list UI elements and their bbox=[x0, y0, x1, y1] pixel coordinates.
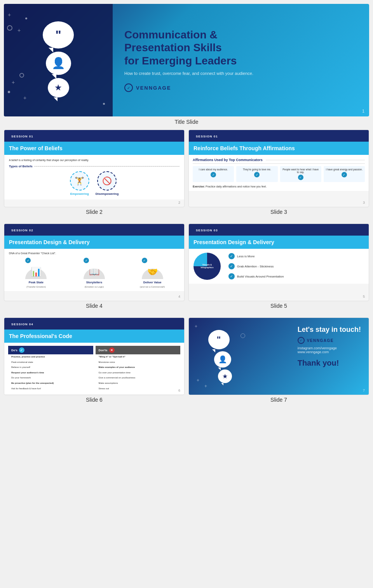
slide-num-7: 7 bbox=[363, 389, 365, 392]
dos-header: Do's ✓ bbox=[8, 346, 93, 354]
slide7-bubble-star: ★ bbox=[218, 369, 232, 383]
presenter-check-3: ✓ bbox=[142, 258, 147, 263]
speech-bubble-person: 👤 bbox=[46, 52, 71, 75]
affirmation-3-text: People want to hear what I have to say. bbox=[282, 168, 319, 173]
slide7-venngage-check: ✓ bbox=[300, 339, 302, 342]
slide7-bubble-person: 👤 bbox=[214, 351, 231, 368]
dos-donts-container: Do's ✓ Practice, practice and practicePe… bbox=[8, 346, 180, 391]
pie-points: ✓ Less is More ✓ Grab Attention - Sticki… bbox=[228, 253, 364, 279]
slide-num-3: 3 bbox=[363, 201, 365, 205]
dos-row-item: Peak emotional state bbox=[8, 360, 93, 365]
presenter-check-2: ✓ bbox=[84, 258, 89, 263]
affirmation-1-check: ✓ bbox=[211, 172, 216, 177]
dos-row-item: Believe in yourself bbox=[8, 365, 93, 370]
donts-row-item: Stress out bbox=[96, 386, 181, 392]
slide7-link1: instagram.com/venngage bbox=[298, 346, 361, 350]
cross-icon: + bbox=[8, 12, 11, 18]
slide6-session-badge-container: SESSION 04 bbox=[4, 318, 184, 330]
affirmation-4-check: ✓ bbox=[342, 172, 347, 177]
slide3-title: Reinforce Beliefs Through Affirmations bbox=[193, 145, 295, 151]
pie-check-2: ✓ bbox=[228, 263, 235, 269]
types-label: Types of Beliefs bbox=[9, 165, 180, 168]
slide7-brand-text: VENNGAGE bbox=[307, 338, 334, 343]
presenter-item-3: ✓ 🤝 Deliver Value (and not a Commercial!… bbox=[125, 258, 180, 288]
slide7-quote-icon: " bbox=[217, 335, 221, 345]
venngage-brand-text: VENNGAGE bbox=[136, 85, 171, 91]
pie-check-3: ✓ bbox=[228, 273, 235, 279]
pie-area: Visuals & Infographics bbox=[193, 253, 225, 280]
slide7-left-decor: " 👤 ★ + + bbox=[193, 318, 247, 395]
presenter-sub-1: (Transfer Emotion) bbox=[26, 286, 46, 288]
slide-number-1: 1 bbox=[362, 109, 364, 113]
title-slide-left-panel: + + + + " 👤 ★ bbox=[4, 4, 113, 116]
presenter-check-1: ✓ bbox=[25, 258, 31, 263]
slide4-title: Presentation Design & Delivery bbox=[9, 239, 90, 245]
slide3-session-badge-container: SESSION 01 bbox=[189, 130, 369, 142]
slide-6-wrapper: SESSION 04 The Professional's Code Do's … bbox=[4, 317, 185, 408]
presenter-item-2: ✓ 📖 Storytellers (Emotion vs Logic) bbox=[67, 258, 122, 288]
donts-x-icon: ✕ bbox=[109, 347, 115, 353]
dot-3 bbox=[103, 103, 105, 105]
affirmations-header: Affirmations Used by Top Communicators bbox=[193, 158, 365, 164]
affirmation-2-text: They're going to love me. bbox=[243, 168, 271, 171]
circle-outline-1 bbox=[7, 25, 12, 31]
check-icon: ✓ bbox=[127, 86, 130, 90]
circle-outline-2 bbox=[19, 73, 24, 78]
venngage-logo: ✓ VENNGAGE bbox=[124, 83, 357, 92]
slide-5-wrapper: SESSION 03 Presentation Design & Deliver… bbox=[188, 224, 369, 314]
affirmations-header-text: Affirmations Used by Top Communicators bbox=[193, 158, 263, 162]
affirmation-4: I have great energy and passion. ✓ bbox=[324, 166, 365, 182]
quote-icon: " bbox=[55, 29, 61, 41]
bubble-tail-1 bbox=[212, 349, 215, 352]
pie-check-1: ✓ bbox=[228, 253, 235, 259]
title-slide: + + + + " 👤 ★ Communication & bbox=[4, 4, 369, 116]
donts-header: Don'ts ✕ bbox=[96, 346, 181, 354]
cross-icon-3: + bbox=[12, 79, 15, 85]
title-slide-label: Title Slide bbox=[4, 119, 369, 125]
slide-7-label: Slide 7 bbox=[188, 397, 369, 403]
session-badge-6: SESSION 04 bbox=[8, 321, 37, 328]
donts-row-item: "Wing it" or "Spit ball it" bbox=[96, 354, 181, 360]
slide2-desc: A belief is a feeling of certainty that … bbox=[9, 159, 180, 161]
slide7-person-icon: 👤 bbox=[218, 355, 227, 364]
beliefs-row: 🏋️ Empowering 🚫 Disempowering bbox=[9, 171, 180, 196]
slide-num-6: 6 bbox=[178, 389, 180, 392]
dos-row-item: Respect your audience's time bbox=[8, 370, 93, 376]
slide-2-label: Slide 2 bbox=[4, 209, 185, 215]
dos-check-icon: ✓ bbox=[19, 347, 24, 353]
dot-2 bbox=[8, 91, 10, 93]
dos-column: Do's ✓ Practice, practice and practicePe… bbox=[8, 346, 93, 391]
presenter-icon-2: 📖 bbox=[89, 267, 99, 277]
speech-bubble-star: ★ bbox=[48, 78, 69, 97]
exercise-label: Exercise: bbox=[193, 185, 205, 188]
presenter-item-1: ✓ 📊 Peak State (Transfer Emotion) bbox=[9, 258, 63, 288]
slide7-circle-1 bbox=[241, 333, 245, 338]
presenter-name-1: Peak State bbox=[29, 281, 44, 284]
empowering-icon: 🏋️ bbox=[75, 176, 84, 186]
slide6-header: The Professional's Code bbox=[4, 330, 184, 343]
slide-5-label: Slide 5 bbox=[188, 303, 369, 309]
lets-stay-text: Let's stay in touch! bbox=[298, 326, 361, 334]
slide4-header: Presentation Design & Delivery bbox=[4, 236, 184, 249]
slide2-title: The Power of Beliefs bbox=[9, 145, 63, 151]
dos-row-item: Practice, practice and practice bbox=[8, 354, 93, 360]
slides-row-3: SESSION 04 The Professional's Code Do's … bbox=[4, 317, 369, 408]
slide-4-label: Slide 4 bbox=[4, 303, 185, 309]
slide7-cross-3: + bbox=[204, 383, 207, 389]
slide7-links: instagram.com/venngage www.venngage.com bbox=[298, 346, 361, 354]
affirmation-1: I care about my audience. ✓ bbox=[193, 166, 234, 182]
exercise-body: Practice daily affirmations and notice h… bbox=[206, 185, 267, 188]
slide4-session-badge-container: SESSION 02 bbox=[4, 224, 184, 236]
slide5-session-badge-container: SESSION 03 bbox=[189, 224, 369, 236]
presenter-icon-3: 🤝 bbox=[147, 267, 158, 277]
slide7-link2: www.venngage.com bbox=[298, 350, 361, 354]
types-label-text: Types of Beliefs bbox=[9, 165, 33, 168]
slide-num-4: 4 bbox=[178, 295, 180, 298]
slide-5: SESSION 03 Presentation Design & Deliver… bbox=[188, 224, 369, 301]
presenter-item-2-top: ✓ 📖 bbox=[84, 258, 105, 279]
presenter-name-3: Deliver Value bbox=[143, 281, 162, 284]
presenter-sub-2: (Emotion vs Logic) bbox=[85, 286, 104, 288]
dos-row-item: Be proactive (plan for the unexpected) bbox=[8, 381, 93, 386]
disempowering-label: Disempowering bbox=[96, 192, 119, 196]
session-badge-5: SESSION 03 bbox=[193, 227, 221, 234]
